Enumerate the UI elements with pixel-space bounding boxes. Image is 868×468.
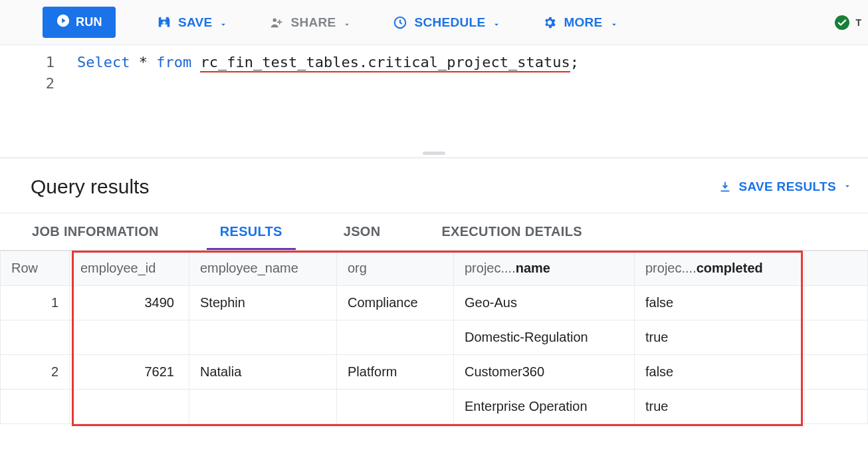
code-text: *	[130, 54, 156, 70]
cell-employee-name	[189, 320, 337, 355]
results-tabs: JOB INFORMATION RESULTS JSON EXECUTION D…	[0, 213, 868, 251]
status-text: T	[855, 17, 861, 28]
sql-code[interactable]: Select * from rc_fin_test_tables.critica…	[66, 45, 868, 158]
run-label: RUN	[76, 15, 102, 29]
chevron-down-icon	[219, 18, 228, 27]
keyword: from	[156, 54, 191, 70]
tab-results[interactable]: RESULTS	[220, 213, 282, 250]
results-table: Row employee_id employee_name org projec…	[0, 251, 868, 424]
save-icon	[157, 15, 171, 30]
cell-project-name: Domestic-Regulation	[454, 320, 635, 355]
query-toolbar: RUN SAVE SHARE SCHEDULE MORE	[0, 0, 868, 45]
col-org[interactable]: org	[337, 251, 454, 286]
chevron-down-icon	[843, 179, 852, 194]
sql-editor[interactable]: 1 2 Select * from rc_fin_test_tables.cri…	[0, 45, 868, 158]
cell-org	[337, 390, 454, 424]
cell-org	[337, 320, 454, 355]
save-button[interactable]: SAVE	[157, 15, 229, 30]
gear-icon	[542, 15, 557, 30]
cell-rownum: 1	[1, 286, 70, 320]
more-button[interactable]: MORE	[542, 15, 618, 30]
cell-employee-name: Natalia	[189, 355, 337, 390]
line-number: 1	[0, 52, 54, 73]
cell-employee-id	[70, 390, 189, 424]
table-row[interactable]: Enterprise Operation true	[1, 390, 868, 424]
table-row[interactable]: 2 7621 Natalia Platform Customer360 fals…	[1, 355, 868, 390]
tab-execution-details[interactable]: EXECUTION DETAILS	[441, 213, 582, 250]
play-icon	[56, 13, 70, 31]
chevron-down-icon	[492, 18, 501, 27]
schedule-button[interactable]: SCHEDULE	[393, 15, 501, 30]
results-table-wrap: Row employee_id employee_name org projec…	[0, 251, 868, 437]
clock-icon	[393, 15, 407, 30]
cell-project-name: Enterprise Operation	[454, 390, 635, 424]
download-icon	[718, 179, 732, 194]
chevron-down-icon	[609, 18, 619, 27]
cell-employee-name: Stephin	[189, 286, 337, 320]
cell-employee-id: 7621	[70, 355, 189, 390]
check-circle-icon	[834, 15, 850, 31]
chevron-down-icon	[342, 18, 352, 27]
share-icon	[269, 15, 284, 30]
cell-employee-id	[70, 320, 189, 355]
col-project-completed[interactable]: projec....completed	[635, 251, 805, 286]
more-label: MORE	[564, 15, 602, 30]
table-header-row: Row employee_id employee_name org projec…	[1, 251, 868, 286]
col-padding	[805, 251, 868, 286]
col-employee-id[interactable]: employee_id	[70, 251, 189, 286]
cell-org: Platform	[337, 355, 454, 390]
cell-project-completed: false	[635, 355, 805, 390]
keyword: Select	[77, 54, 130, 70]
results-header: Query results SAVE RESULTS	[0, 158, 868, 213]
save-results-label: SAVE RESULTS	[739, 179, 836, 194]
cell-org: Compliance	[337, 286, 454, 320]
cell-padding	[805, 355, 868, 390]
cell-project-name: Geo-Aus	[454, 286, 635, 320]
cell-employee-id: 3490	[70, 286, 189, 320]
code-text: ;	[570, 54, 579, 70]
run-button[interactable]: RUN	[43, 7, 116, 38]
cell-padding	[805, 390, 868, 424]
cell-padding	[805, 320, 868, 355]
line-number: 2	[0, 73, 54, 94]
results-title: Query results	[31, 176, 149, 198]
results-body: 1 3490 Stephin Compliance Geo-Aus false …	[1, 286, 868, 424]
save-results-button[interactable]: SAVE RESULTS	[718, 179, 852, 194]
share-button[interactable]: SHARE	[269, 15, 352, 30]
cell-rownum	[1, 390, 70, 424]
cell-project-completed: true	[635, 390, 805, 424]
query-valid-indicator: T	[834, 15, 861, 31]
schedule-label: SCHEDULE	[414, 15, 485, 30]
col-employee-name[interactable]: employee_name	[189, 251, 337, 286]
tab-json[interactable]: JSON	[344, 213, 381, 250]
cell-project-completed: false	[635, 286, 805, 320]
save-label: SAVE	[178, 15, 213, 30]
cell-project-name: Customer360	[454, 355, 635, 390]
editor-resize-handle[interactable]	[423, 152, 445, 155]
table-row[interactable]: 1 3490 Stephin Compliance Geo-Aus false	[1, 286, 868, 320]
cell-rownum: 2	[1, 355, 70, 390]
line-gutter: 1 2	[0, 45, 66, 158]
cell-rownum	[1, 320, 70, 355]
cell-employee-name	[189, 390, 337, 424]
col-project-name[interactable]: projec....name	[454, 251, 635, 286]
code-text	[191, 54, 200, 70]
svg-point-2	[273, 18, 277, 21]
share-label: SHARE	[290, 15, 336, 30]
cell-padding	[805, 286, 868, 320]
table-row[interactable]: Domestic-Regulation true	[1, 320, 868, 355]
table-identifier: rc_fin_test_tables.critical_project_stat…	[200, 54, 570, 72]
cell-project-completed: true	[635, 320, 805, 355]
tab-job-information[interactable]: JOB INFORMATION	[32, 213, 159, 250]
col-row[interactable]: Row	[1, 251, 70, 286]
